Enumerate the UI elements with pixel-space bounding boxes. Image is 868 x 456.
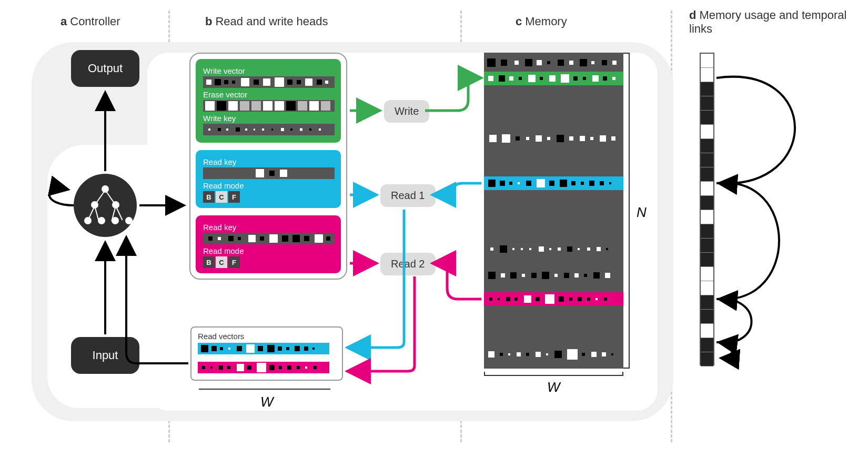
usage-cell bbox=[701, 253, 713, 267]
memory-row bbox=[484, 292, 623, 306]
usage-cell bbox=[701, 352, 713, 366]
write-op-box: Write bbox=[384, 100, 429, 123]
memory-row bbox=[484, 242, 623, 256]
memory-matrix bbox=[484, 53, 623, 369]
n-bracket bbox=[629, 53, 630, 369]
usage-cell bbox=[701, 54, 713, 68]
read-mode-2-row: BCF bbox=[203, 256, 334, 268]
read-vectors-container: Read vectors bbox=[190, 326, 343, 381]
read-vector-2-row bbox=[198, 362, 329, 373]
write-key-label: Write key bbox=[203, 114, 334, 123]
read-key-2-label: Read key bbox=[203, 223, 334, 232]
memory-row bbox=[484, 72, 623, 85]
read-vectors-label: Read vectors bbox=[198, 332, 336, 341]
usage-cell bbox=[701, 324, 713, 338]
w-heads-axis-label: W bbox=[260, 394, 274, 410]
read-key-2-row bbox=[203, 233, 335, 244]
usage-cell bbox=[701, 295, 713, 310]
usage-cell bbox=[701, 68, 713, 82]
usage-cell bbox=[701, 281, 713, 295]
read1-op-box: Read 1 bbox=[380, 184, 436, 207]
usage-cell bbox=[701, 153, 713, 167]
read-head-2-panel: Read key Read mode BCF bbox=[196, 215, 341, 273]
input-box: Input bbox=[71, 337, 139, 374]
write-vector-label: Write vector bbox=[203, 66, 334, 75]
usage-cell bbox=[701, 182, 713, 196]
usage-cell bbox=[701, 310, 713, 324]
mode-cell: B bbox=[203, 256, 215, 268]
controller-node bbox=[74, 174, 137, 237]
section-d-label: dMemory usage and temporal links bbox=[689, 8, 868, 36]
mode-cell: F bbox=[228, 191, 240, 203]
read-key-1-label: Read key bbox=[203, 157, 334, 166]
read2-op-box: Read 2 bbox=[380, 253, 436, 275]
usage-cell bbox=[701, 167, 713, 182]
usage-cell bbox=[701, 267, 713, 281]
memory-row bbox=[484, 348, 623, 361]
section-c-label: cMemory bbox=[516, 15, 567, 28]
usage-cell bbox=[701, 139, 713, 153]
read-vector-1-row bbox=[198, 343, 329, 354]
memory-row bbox=[484, 132, 623, 145]
memory-row bbox=[484, 56, 623, 70]
usage-cell bbox=[701, 196, 713, 210]
memory-row bbox=[484, 269, 623, 282]
w-heads-bracket bbox=[199, 389, 330, 390]
w-mem-bracket bbox=[484, 375, 623, 376]
mode-cell: F bbox=[228, 256, 240, 268]
heads-container: Write vector Erase vector Write key Read… bbox=[189, 53, 347, 280]
erase-vector-label: Erase vector bbox=[203, 90, 334, 99]
section-b-label: bRead and write heads bbox=[205, 15, 328, 28]
mode-cell: C bbox=[216, 191, 227, 203]
usage-cell bbox=[701, 125, 713, 139]
write-vector-row bbox=[203, 76, 335, 88]
usage-cell bbox=[701, 82, 713, 96]
memory-row bbox=[484, 176, 623, 190]
n-axis-label: N bbox=[637, 204, 647, 221]
write-key-row bbox=[203, 124, 335, 135]
output-box: Output bbox=[71, 50, 139, 87]
read-mode-1-label: Read mode bbox=[203, 181, 334, 190]
erase-vector-row bbox=[203, 100, 335, 112]
write-head-panel: Write vector Erase vector Write key bbox=[196, 59, 341, 143]
mode-cell: C bbox=[216, 256, 227, 268]
usage-cell bbox=[701, 338, 713, 352]
usage-cell bbox=[701, 111, 713, 125]
usage-cell bbox=[701, 210, 713, 224]
section-a-label: aController bbox=[60, 15, 120, 28]
mode-cell: B bbox=[203, 191, 215, 203]
read-mode-1-row: BCF bbox=[203, 191, 334, 203]
memory-usage-column bbox=[700, 53, 714, 365]
usage-cell bbox=[701, 239, 713, 253]
read-mode-2-label: Read mode bbox=[203, 246, 334, 255]
read-key-1-row bbox=[203, 167, 335, 179]
read-head-1-panel: Read key Read mode BCF bbox=[196, 150, 341, 208]
usage-cell bbox=[701, 224, 713, 239]
usage-cell bbox=[701, 96, 713, 111]
w-mem-axis-label: W bbox=[547, 379, 560, 395]
